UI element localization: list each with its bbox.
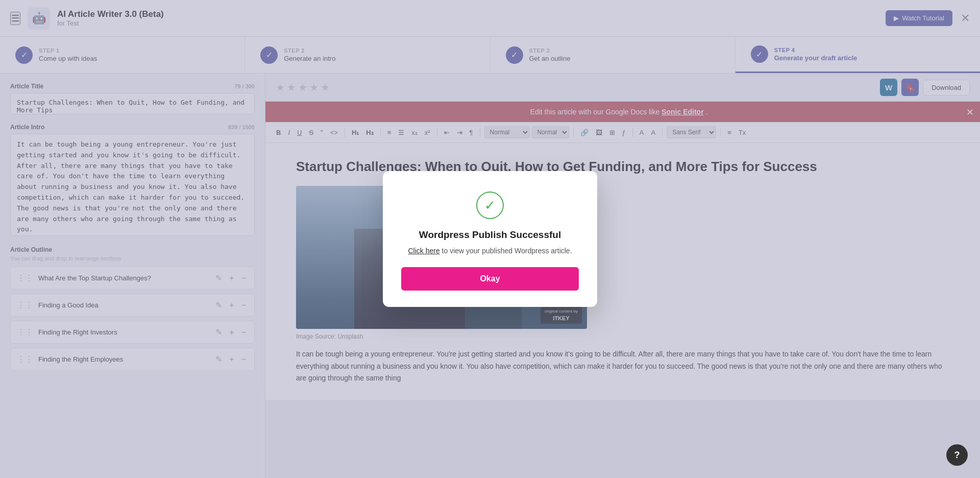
modal-ok-button[interactable]: Okay [401, 267, 579, 291]
modal-overlay: ✓ Wordpress Publish Successful Click her… [0, 0, 980, 478]
help-bubble[interactable]: ? [946, 444, 968, 466]
modal-desc-suffix: to view your published Wordpress article… [442, 247, 572, 255]
help-icon: ? [954, 450, 960, 461]
success-check-icon: ✓ [476, 192, 504, 219]
modal-desc: Click here to view your published Wordpr… [401, 247, 579, 255]
modal-title: Wordpress Publish Successful [401, 229, 579, 241]
wordpress-success-modal: ✓ Wordpress Publish Successful Click her… [383, 171, 597, 307]
view-article-link[interactable]: Click here [408, 247, 439, 255]
